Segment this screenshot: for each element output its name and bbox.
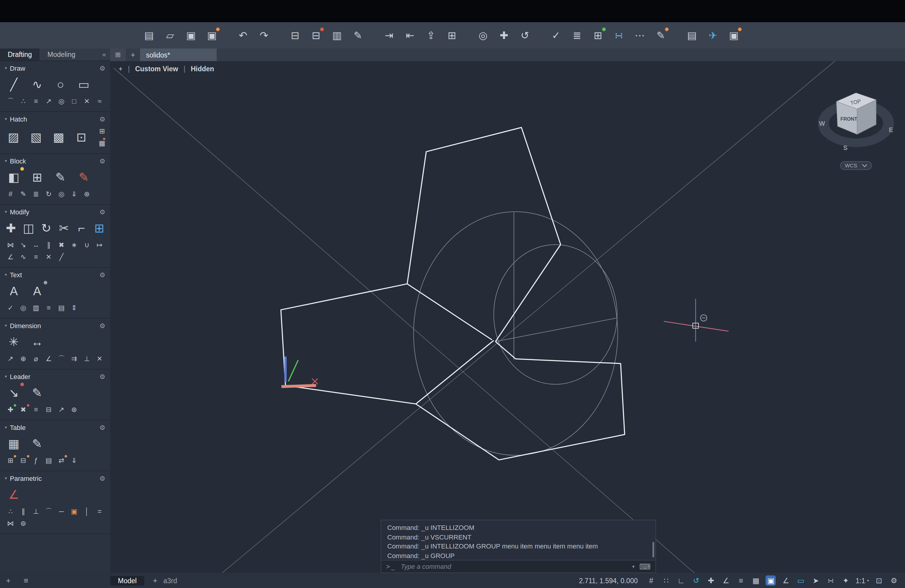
save-icon[interactable]: ▣ <box>184 29 197 42</box>
line-icon[interactable]: ╱ <box>5 75 23 94</box>
angular-dimension-icon[interactable]: ∠ <box>43 353 55 364</box>
settings-gear-icon[interactable]: ⚙ <box>889 575 899 586</box>
new-file-icon[interactable]: ▤ <box>143 29 156 42</box>
arc-icon[interactable]: ⌒ <box>5 96 16 106</box>
tab-modeling[interactable]: Modeling <box>40 49 83 60</box>
model-tab[interactable]: Model <box>110 576 144 585</box>
section-gear-icon[interactable]: ⚙ <box>99 373 105 380</box>
symmetric-constraint-icon[interactable]: ⋈ <box>5 518 16 529</box>
open-file-icon[interactable]: ▱ <box>164 29 176 42</box>
trim-icon[interactable]: ✂ <box>58 219 70 237</box>
leader-style-icon[interactable]: ⊛ <box>68 404 80 415</box>
wcs-dropdown[interactable]: WCS <box>840 161 872 170</box>
table-icon[interactable]: ▦ <box>5 435 23 453</box>
linetype-icon[interactable]: ⋯ <box>633 29 646 42</box>
fillet-icon[interactable]: ⌐ <box>75 219 88 237</box>
edit-attribute-icon[interactable]: ✎ <box>17 189 29 199</box>
section-gear-icon[interactable]: ⚙ <box>99 208 105 216</box>
layout-tab-a3rd[interactable]: a3rd <box>164 577 177 584</box>
section-caret-icon[interactable]: ▾ <box>5 117 7 122</box>
extract-attributes-icon[interactable]: ⇓ <box>68 189 80 199</box>
array-icon[interactable]: ⊞ <box>93 219 105 237</box>
copy-icon[interactable]: ◫ <box>22 219 35 237</box>
command-history-chevron-icon[interactable]: ▾ <box>632 564 635 569</box>
dynamic-ucs-icon[interactable]: ∠ <box>781 575 791 586</box>
section-caret-icon[interactable]: ▾ <box>5 425 7 430</box>
find-replace-icon[interactable]: ◎ <box>17 302 29 313</box>
dynamic-input-icon[interactable]: ▭ <box>796 575 806 586</box>
snap-icon[interactable]: ∷ <box>661 575 671 586</box>
compass-east[interactable]: E <box>889 126 893 133</box>
insert-rows-icon[interactable]: ⊞ <box>5 455 16 466</box>
section-gear-icon[interactable]: ⚙ <box>99 271 105 279</box>
align-leaders-icon[interactable]: ≡ <box>30 404 42 415</box>
edit-leader-icon[interactable]: ✎ <box>28 384 46 402</box>
new-layout-button[interactable]: + <box>153 576 157 585</box>
layout-menu-icon[interactable]: ≡ <box>24 576 28 585</box>
export-icon[interactable]: ⇥ <box>383 29 395 42</box>
display-attributes-icon[interactable]: ◎ <box>56 189 67 199</box>
tangent-constraint-icon[interactable]: ⌒ <box>43 506 55 517</box>
hatch-origin-icon[interactable]: ⊞ <box>99 126 105 137</box>
annotation-scale-chip[interactable]: 1:1 ▾ <box>856 577 869 584</box>
justify-icon[interactable]: ≡ <box>43 302 55 313</box>
command-input-row[interactable]: >_ Type a command ▾ ⌨ <box>381 560 656 573</box>
section-caret-icon[interactable]: ▾ <box>5 272 7 277</box>
xref-icon[interactable]: ⊞ <box>445 29 459 42</box>
presentation-icon[interactable]: ▣ <box>727 29 740 42</box>
quick-properties-icon[interactable]: ➤ <box>811 575 821 586</box>
command-scrollbar[interactable] <box>653 542 654 558</box>
perpendicular-constraint-icon[interactable]: ⊥ <box>30 506 42 517</box>
scale-icon[interactable]: ↘ <box>17 240 29 250</box>
gradient-icon[interactable]: ▩ <box>50 128 67 146</box>
plot-icon[interactable]: ⊟ <box>310 29 322 42</box>
section-gear-icon[interactable]: ⚙ <box>99 115 105 123</box>
pdf-import-icon[interactable]: ▤ <box>56 302 67 313</box>
create-block-icon[interactable]: ⊞ <box>28 168 46 186</box>
match-properties-icon[interactable]: ╱ <box>56 251 67 262</box>
section-gear-icon[interactable]: ⚙ <box>99 475 105 482</box>
isodraft-icon[interactable]: ↺ <box>691 575 701 586</box>
print-preview-icon[interactable]: ▥ <box>330 29 344 42</box>
section-caret-icon[interactable]: ▾ <box>5 66 7 71</box>
geometric-constraint-icon[interactable]: ∠ <box>5 486 23 504</box>
lock-constraint-icon[interactable]: ▣ <box>68 506 80 517</box>
new-document-tab-button[interactable]: + <box>126 49 140 61</box>
export-table-icon[interactable]: ⇓ <box>68 455 80 466</box>
layer-properties-icon[interactable]: ≣ <box>570 29 584 42</box>
osnap-icon[interactable]: ✚ <box>706 575 716 586</box>
section-caret-icon[interactable]: ▾ <box>5 159 7 164</box>
color-picker-icon[interactable]: ∺ <box>612 29 626 42</box>
keyboard-icon[interactable]: ⌨ <box>639 562 651 571</box>
equal-constraint-icon[interactable]: = <box>94 506 106 517</box>
attach-reference-icon[interactable]: ⇪ <box>424 29 438 42</box>
share-icon[interactable]: ✈ <box>706 29 719 42</box>
units-icon[interactable]: ∺ <box>826 575 836 586</box>
stretch-icon[interactable]: ↔ <box>30 240 42 250</box>
annotation-scale-icon[interactable]: ✦ <box>841 575 851 586</box>
viewport-view-label[interactable]: Custom View <box>135 65 178 72</box>
merge-cells-icon[interactable]: ▤ <box>43 455 55 466</box>
rectangle-icon[interactable]: ▭ <box>75 75 93 94</box>
viewport-visual-style-label[interactable]: Hidden <box>191 65 214 72</box>
insert-columns-icon[interactable]: ⊟ <box>17 455 29 466</box>
concentric-constraint-icon[interactable]: ⊚ <box>17 518 29 529</box>
radius-dimension-icon[interactable]: ⊕ <box>17 353 29 364</box>
edit-table-icon[interactable]: ✎ <box>28 435 46 453</box>
dimension-break-icon[interactable]: ✕ <box>94 353 106 364</box>
lengthen-icon[interactable]: ↦ <box>94 240 106 250</box>
ordinate-dimension-icon[interactable]: ⊥ <box>81 353 93 364</box>
print-icon[interactable]: ⊟ <box>289 29 302 42</box>
spline-icon[interactable]: ≈ <box>94 96 106 106</box>
zoom-window-icon[interactable]: ◎ <box>476 29 490 42</box>
diameter-dimension-icon[interactable]: ⌀ <box>30 353 42 364</box>
ray-icon[interactable]: ↗ <box>43 96 55 106</box>
clean-screen-icon[interactable]: ⊡ <box>874 575 884 586</box>
command-input[interactable]: Type a command <box>401 563 627 570</box>
section-caret-icon[interactable]: ▾ <box>5 323 7 328</box>
section-gear-icon[interactable]: ⚙ <box>99 322 105 330</box>
viewport-add-icon[interactable]: + <box>119 65 122 72</box>
spell-check-icon[interactable]: ✓ <box>5 302 16 313</box>
join-icon[interactable]: ∪ <box>81 240 93 250</box>
text-columns-icon[interactable]: ▥ <box>30 302 42 313</box>
